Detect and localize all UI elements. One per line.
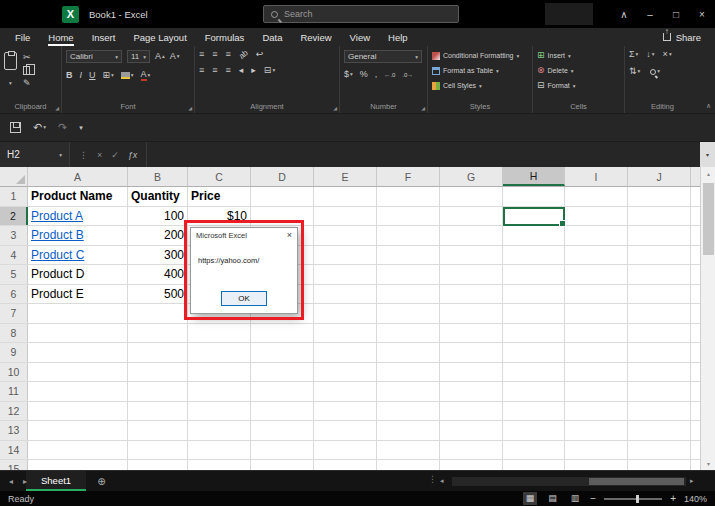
cell-G1[interactable] xyxy=(440,187,503,206)
row-header-2[interactable]: 2 xyxy=(0,207,28,226)
tab-data[interactable]: Data xyxy=(253,28,291,46)
row-header-15[interactable]: 15 xyxy=(0,460,28,470)
align-middle-button[interactable]: ≡ xyxy=(212,50,217,59)
formula-input[interactable] xyxy=(147,142,700,167)
row-header-5[interactable]: 5 xyxy=(0,265,28,284)
cell-B12[interactable] xyxy=(128,402,188,421)
tab-file[interactable]: File xyxy=(6,28,39,46)
tab-insert[interactable]: Insert xyxy=(83,28,125,46)
cell-J11[interactable] xyxy=(628,382,691,401)
cell-E12[interactable] xyxy=(314,402,377,421)
number-dialog-launcher-icon[interactable]: ◢ xyxy=(421,105,425,111)
cell-G13[interactable] xyxy=(440,421,503,440)
cell-A8[interactable] xyxy=(28,324,128,343)
cell-E4[interactable] xyxy=(314,246,377,265)
dialog-close-icon[interactable]: × xyxy=(287,231,292,240)
cell-H5[interactable] xyxy=(503,265,565,284)
column-header-H[interactable]: H xyxy=(503,167,565,186)
cell-B15[interactable] xyxy=(128,460,188,470)
cell-E10[interactable] xyxy=(314,363,377,382)
cell-A1[interactable]: Product Name xyxy=(28,187,128,206)
cell-E9[interactable] xyxy=(314,343,377,362)
share-button[interactable]: Share xyxy=(663,32,715,43)
clear-button[interactable]: ×▾ xyxy=(663,50,672,59)
cell-D15[interactable] xyxy=(251,460,314,470)
increase-decimal-button[interactable]: ←.0 xyxy=(384,72,395,78)
cell-J5[interactable] xyxy=(628,265,691,284)
borders-button[interactable]: ⊞▾ xyxy=(103,71,114,80)
cell-G12[interactable] xyxy=(440,402,503,421)
align-center-button[interactable]: ≡ xyxy=(212,66,217,75)
number-format-select[interactable]: General▾ xyxy=(344,50,422,63)
cell-H3[interactable] xyxy=(503,226,565,245)
cell-G7[interactable] xyxy=(440,304,503,323)
cell-G5[interactable] xyxy=(440,265,503,284)
autosum-button[interactable]: Σ▾ xyxy=(629,50,638,59)
scroll-left-icon[interactable]: ◂ xyxy=(440,477,444,485)
copy-button[interactable] xyxy=(23,66,31,75)
cell-B2[interactable]: 100 xyxy=(128,207,188,226)
dialog-ok-button[interactable]: OK xyxy=(221,291,267,306)
cell-F8[interactable] xyxy=(377,324,440,343)
cell-H12[interactable] xyxy=(503,402,565,421)
orientation-button[interactable]: ab xyxy=(237,48,250,61)
column-header-E[interactable]: E xyxy=(314,167,377,186)
cell-B14[interactable] xyxy=(128,441,188,460)
cell-A13[interactable] xyxy=(28,421,128,440)
tab-review[interactable]: Review xyxy=(291,28,340,46)
cell-H6[interactable] xyxy=(503,285,565,304)
cell-I3[interactable] xyxy=(565,226,628,245)
cell-J12[interactable] xyxy=(628,402,691,421)
cell-H1[interactable] xyxy=(503,187,565,206)
row-header-3[interactable]: 3 xyxy=(0,226,28,245)
scroll-right-icon[interactable]: ▸ xyxy=(690,477,694,485)
formula-bar-drag-icon[interactable]: ⋮ xyxy=(79,150,88,160)
currency-format-button[interactable]: $▾ xyxy=(344,70,353,79)
paste-button[interactable]: ▾ xyxy=(4,50,17,100)
cancel-entry-icon[interactable]: × xyxy=(97,150,102,160)
ribbon-display-options-button[interactable]: ∧ xyxy=(611,0,637,28)
cell-A4[interactable]: Product C xyxy=(28,246,128,265)
cell-I7[interactable] xyxy=(565,304,628,323)
cell-G9[interactable] xyxy=(440,343,503,362)
cell-I15[interactable] xyxy=(565,460,628,470)
search-box[interactable]: Search xyxy=(263,5,459,23)
bold-button[interactable]: B xyxy=(66,71,73,80)
scrollbar-splitter-icon[interactable]: ⋮ xyxy=(428,474,437,484)
row-header-7[interactable]: 7 xyxy=(0,304,28,323)
decrease-indent-button[interactable]: ◂ xyxy=(239,66,244,75)
font-name-select[interactable]: Calibri▾ xyxy=(66,50,122,63)
cell-A11[interactable] xyxy=(28,382,128,401)
cell-B5[interactable]: 400 xyxy=(128,265,188,284)
merge-center-button[interactable]: ⊟▾ xyxy=(264,66,275,75)
column-header-B[interactable]: B xyxy=(128,167,188,186)
cell-H13[interactable] xyxy=(503,421,565,440)
cell-D9[interactable] xyxy=(251,343,314,362)
cell-A12[interactable] xyxy=(28,402,128,421)
align-bottom-button[interactable]: ≡ xyxy=(226,50,231,59)
cell-J6[interactable] xyxy=(628,285,691,304)
cell-J9[interactable] xyxy=(628,343,691,362)
alignment-dialog-launcher-icon[interactable]: ◢ xyxy=(333,105,337,111)
underline-button[interactable]: U xyxy=(89,71,96,80)
account-button[interactable] xyxy=(545,3,593,25)
cell-H2[interactable] xyxy=(503,207,565,226)
cell-F2[interactable] xyxy=(377,207,440,226)
clipboard-dialog-launcher-icon[interactable]: ◢ xyxy=(55,105,59,111)
row-header-4[interactable]: 4 xyxy=(0,246,28,265)
cell-D14[interactable] xyxy=(251,441,314,460)
cell-D10[interactable] xyxy=(251,363,314,382)
horizontal-scroll-thumb[interactable] xyxy=(589,478,684,485)
cell-C11[interactable] xyxy=(188,382,251,401)
tab-view[interactable]: View xyxy=(341,28,379,46)
cell-F14[interactable] xyxy=(377,441,440,460)
cell-F4[interactable] xyxy=(377,246,440,265)
column-header-A[interactable]: A xyxy=(28,167,128,186)
row-header-12[interactable]: 12 xyxy=(0,402,28,421)
format-cells-button[interactable]: ⊟ Format▾ xyxy=(537,78,620,93)
restore-button[interactable]: □ xyxy=(663,0,689,28)
cell-E11[interactable] xyxy=(314,382,377,401)
tab-formulas[interactable]: Formulas xyxy=(196,28,254,46)
cell-E3[interactable] xyxy=(314,226,377,245)
vertical-scrollbar[interactable]: ▴ ▾ xyxy=(700,167,715,470)
